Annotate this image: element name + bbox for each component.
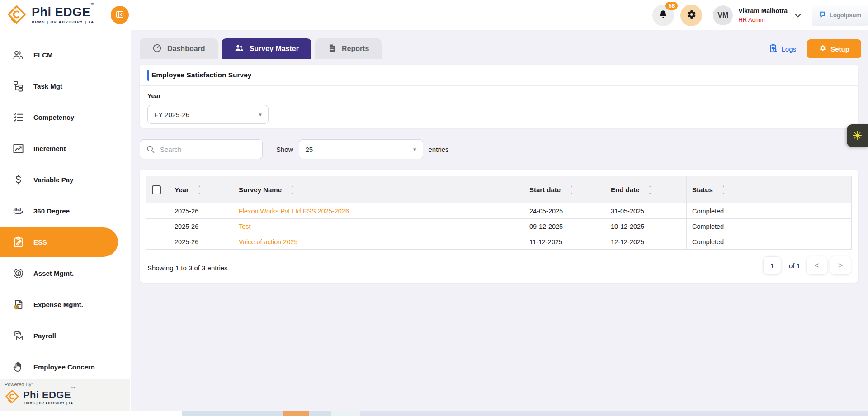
page-title: Employee Satisfaction Survey	[151, 71, 251, 79]
status-cell: Completed	[687, 234, 852, 250]
settings-button[interactable]	[680, 5, 702, 26]
select-all-checkbox[interactable]	[152, 185, 161, 194]
sort-icons[interactable]: ▲▼	[648, 184, 651, 195]
survey-table: Year▲▼ Survey Name▲▼ Start date▲▼ End da…	[146, 176, 852, 250]
logs-link[interactable]: Logs	[769, 43, 796, 54]
search-icon	[146, 145, 155, 156]
user-menu[interactable]: Vikram Malhotra HR Admin	[738, 8, 788, 23]
footer-brand-name: Phi EDGE™	[23, 390, 75, 400]
bell-icon	[658, 9, 668, 21]
survey-name-link[interactable]: Voice of action 2025	[239, 238, 298, 246]
year-cell: 2025-26	[169, 219, 233, 234]
survey-filter-card: Employee Satisfaction Survey Year FY 202…	[140, 65, 858, 128]
tab-survey-master[interactable]: Survey Master	[222, 38, 311, 59]
360-icon: 360	[12, 205, 24, 217]
sidebar-item-task-mgt[interactable]: Task Mgt	[0, 71, 131, 102]
page-size-select[interactable]: 25 ▾	[299, 139, 423, 159]
table-header-row: Year▲▼ Survey Name▲▼ Start date▲▼ End da…	[146, 176, 852, 203]
year-select[interactable]: FY 2025-26 ▾	[147, 105, 269, 124]
sidebar-item-elcm[interactable]: ELCM	[0, 39, 131, 71]
column-header-year[interactable]: Year▲▼	[169, 176, 233, 203]
phiedge-logo-icon-small	[5, 389, 20, 406]
payslip-envelope-icon	[12, 330, 24, 342]
show-label: Show	[276, 146, 293, 153]
receipt-coin-icon: $	[12, 298, 24, 311]
floating-widget-button[interactable]: ✳	[847, 124, 868, 147]
checklist-icon	[12, 111, 24, 123]
svg-text:$: $	[16, 305, 18, 309]
sidebar-item-360-degree[interactable]: 360 360 Degree	[0, 195, 131, 227]
tab-reports[interactable]: Reports	[315, 38, 382, 59]
chevron-down-icon[interactable]	[793, 10, 803, 20]
people-icon	[12, 49, 24, 61]
main-content: Dashboard Survey Master Reports Logs S	[131, 30, 868, 416]
sort-icons[interactable]: ▲▼	[570, 184, 573, 195]
hierarchy-icon	[12, 80, 24, 92]
gauge-icon	[152, 43, 162, 55]
gear-icon	[686, 9, 697, 21]
brand-tagline: HRMS | HR ADVISORY | TA	[32, 20, 94, 24]
column-header-status[interactable]: Status▲▼	[687, 176, 852, 203]
clipboard-pencil-icon	[12, 236, 24, 248]
select-all-header[interactable]	[146, 176, 169, 203]
phiedge-logo-icon	[6, 4, 27, 27]
survey-name-link[interactable]: Test	[239, 223, 251, 230]
user-avatar[interactable]: VM	[713, 5, 733, 25]
sidebar-item-variable-pay[interactable]: Variable Pay	[0, 164, 131, 195]
sort-icons[interactable]: ▲▼	[722, 184, 725, 195]
start-date-cell: 11-12-2025	[524, 234, 605, 250]
app-logo: Phi EDGE™ HRMS | HR ADVISORY | TA	[0, 4, 94, 27]
search-input[interactable]	[140, 139, 263, 159]
column-header-survey-name[interactable]: Survey Name▲▼	[233, 176, 524, 203]
coin-icon: $	[12, 267, 24, 279]
footer-brand-tagline: HRMS | HR ADVISORY | TA	[23, 402, 75, 405]
user-role: HR Admin	[738, 17, 788, 23]
notification-count-badge: 58	[665, 2, 678, 10]
sidebar-item-employee-concern[interactable]: Employee Concern	[0, 351, 131, 383]
sort-icons[interactable]: ▲▼	[291, 184, 294, 195]
start-date-cell: 24-05-2025	[524, 203, 605, 219]
sidebar-toggle-button[interactable]	[111, 6, 129, 24]
next-page-button[interactable]: >	[830, 256, 851, 274]
pagination: 1 of 1 < >	[763, 256, 851, 274]
table-row: 2025-26 Test 09-12-2025 10-12-2025 Compl…	[146, 219, 852, 234]
sidebar-item-expense-mgmt[interactable]: $ Expense Mgmt.	[0, 289, 131, 320]
setup-button[interactable]: Setup	[807, 39, 861, 58]
sidebar-item-increment[interactable]: Increment	[0, 133, 131, 164]
entries-label: entries	[429, 146, 449, 153]
year-cell: 2025-26	[169, 234, 233, 250]
sidebar-item-payroll[interactable]: Payroll	[0, 320, 131, 351]
partner-logo-text: Logoipsum	[830, 12, 861, 19]
column-header-end-date[interactable]: End date▲▼	[605, 176, 687, 203]
survey-table-card: Year▲▼ Survey Name▲▼ Start date▲▼ End da…	[140, 170, 858, 283]
sort-icons[interactable]: ▲▼	[198, 184, 201, 195]
status-cell: Completed	[687, 203, 852, 219]
app-header: Phi EDGE™ HRMS | HR ADVISORY | TA 58	[0, 0, 868, 30]
sidebar-collapse-icon	[115, 9, 125, 21]
end-date-cell: 12-12-2025	[605, 234, 687, 250]
prev-page-button[interactable]: <	[807, 256, 827, 274]
end-date-cell: 31-05-2025	[605, 203, 687, 219]
sidebar-item-ess[interactable]: ESS	[0, 227, 118, 257]
table-row: 2025-26 Flexon Works Pvt Ltd ESS 2025-20…	[146, 203, 852, 219]
tab-dashboard[interactable]: Dashboard	[140, 38, 218, 59]
powered-by-label: Powered By:	[5, 382, 130, 387]
footer-logo: Phi EDGE™ HRMS | HR ADVISORY | TA	[5, 389, 130, 406]
horizontal-scrollbar-thumb[interactable]	[283, 411, 309, 416]
brand-name: Phi EDGE™	[32, 6, 94, 19]
sidebar-item-competency[interactable]: Competency	[0, 102, 131, 133]
table-toolbar: Show 25 ▾ entries	[140, 139, 449, 159]
dollar-icon	[12, 174, 24, 186]
current-page-box[interactable]: 1	[763, 256, 781, 274]
page-of-label: of 1	[789, 262, 800, 269]
start-date-cell: 09-12-2025	[524, 219, 605, 234]
raised-hand-icon	[12, 361, 24, 373]
column-header-start-date[interactable]: Start date▲▼	[524, 176, 605, 203]
tab-bar: Dashboard Survey Master Reports	[140, 38, 382, 59]
sidebar-item-asset-mgmt[interactable]: $ Asset Mgmt.	[0, 258, 131, 289]
svg-text:360: 360	[13, 207, 21, 212]
survey-name-link[interactable]: Flexon Works Pvt Ltd ESS 2025-2026	[239, 208, 349, 215]
status-cell: Completed	[687, 219, 852, 234]
gear-icon-small	[819, 44, 826, 53]
title-accent-bar	[147, 70, 149, 81]
